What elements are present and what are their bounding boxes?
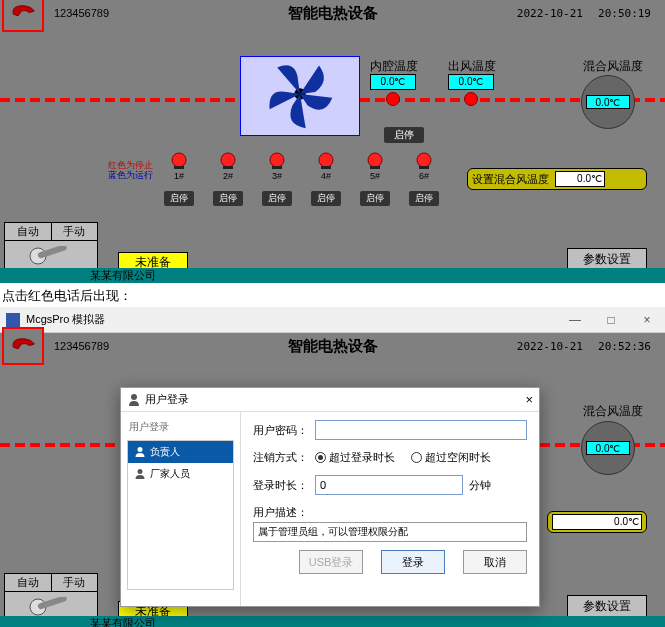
user-list: 负责人 厂家人员 (127, 440, 234, 590)
svg-point-3 (221, 153, 235, 167)
user-name: 厂家人员 (150, 467, 190, 481)
duration-input[interactable] (315, 475, 463, 495)
heater-label: 5# (370, 171, 380, 181)
window-minimize-button[interactable]: — (557, 307, 593, 333)
set-mix-input[interactable]: 0.0℃ (552, 514, 642, 530)
heater-start-stop-button[interactable]: 启停 (213, 191, 243, 206)
radio-dot-icon (411, 452, 422, 463)
window-title: McgsPro 模拟器 (26, 312, 105, 327)
pipe-line-left (0, 98, 240, 102)
fan-display (240, 56, 360, 136)
inner-temp-value: 0.0℃ (370, 74, 416, 90)
heater-3: 3# 启停 (266, 152, 288, 206)
login-button[interactable]: 登录 (381, 550, 445, 574)
person-icon (134, 446, 146, 458)
set-mix-input[interactable]: 0.0℃ (555, 171, 605, 187)
desc-label: 用户描述： (253, 505, 527, 520)
param-settings-button[interactable]: 参数设置 (567, 248, 647, 270)
password-label: 用户密码： (253, 423, 309, 438)
lamp-icon (170, 152, 188, 170)
svg-point-19 (138, 469, 143, 474)
heater-5: 5# 启停 (364, 152, 386, 206)
radio-label: 超过登录时长 (329, 450, 395, 465)
outlet-temp-bulb-icon (464, 92, 478, 106)
heater-start-stop-button[interactable]: 启停 (360, 191, 390, 206)
heater-label: 1# (174, 171, 184, 181)
phone-button[interactable] (2, 327, 44, 365)
mode-auto-tab[interactable]: 自动 (5, 574, 52, 592)
desc-value: 属于管理员组，可以管理权限分配 (253, 522, 527, 542)
login-dialog: 用户登录 × 用户登录 负责人 厂家人员 (120, 387, 540, 607)
heater-start-stop-button[interactable]: 启停 (409, 191, 439, 206)
svg-point-5 (270, 153, 284, 167)
cancel-button[interactable]: 取消 (463, 550, 527, 574)
inner-temp-label: 内腔温度 (370, 58, 418, 75)
svg-rect-10 (370, 166, 380, 169)
mix-temp-value: 0.0℃ (586, 95, 630, 109)
mode-manual-tab[interactable]: 手动 (52, 223, 98, 241)
radio-label: 超过空闲时长 (425, 450, 491, 465)
svg-point-18 (138, 447, 143, 452)
footer-bar: 某某有限公司 (0, 268, 665, 283)
app-logo-icon (6, 313, 20, 327)
set-mix-temp-box: 设置混合风温度 0.0℃ (467, 168, 647, 190)
pipe-line-left (0, 443, 120, 447)
header-title: 智能电热设备 (288, 337, 378, 356)
fan-icon (262, 56, 338, 136)
heater-start-stop-button[interactable]: 启停 (164, 191, 194, 206)
svg-rect-16 (37, 597, 67, 610)
param-settings-button[interactable]: 参数设置 (567, 595, 647, 617)
mix-temp-label: 混合风温度 (583, 403, 643, 420)
radio-dot-icon (315, 452, 326, 463)
password-input[interactable] (315, 420, 527, 440)
user-name: 负责人 (150, 445, 180, 459)
svg-rect-12 (419, 166, 429, 169)
lamp-icon (268, 152, 286, 170)
header-time: 20:50:19 (598, 7, 651, 20)
dialog-left-title: 用户登录 (127, 418, 234, 440)
phone-button[interactable] (2, 0, 44, 32)
heater-label: 2# (223, 171, 233, 181)
heater-1: 1# 启停 (168, 152, 190, 206)
dialog-title: 用户登录 (145, 392, 189, 407)
radio-idle-duration[interactable]: 超过空闲时长 (411, 450, 491, 465)
user-icon (127, 393, 141, 407)
heater-row: 1# 启停 2# 启停 3# 启停 4# 启停 5# 启停 6# 启停 (168, 152, 435, 206)
set-mix-label: 设置混合风温度 (472, 172, 549, 187)
mode-switch-icon[interactable] (5, 241, 97, 271)
heater-start-stop-button[interactable]: 启停 (311, 191, 341, 206)
mix-temp-gauge: 0.0℃ (581, 75, 635, 129)
footer-company: 某某有限公司 (90, 616, 156, 627)
footer-bar: 某某有限公司 (0, 616, 665, 627)
header-date: 2022-10-21 (517, 7, 583, 20)
header-title: 智能电热设备 (288, 4, 378, 23)
window-maximize-button[interactable]: □ (593, 307, 629, 333)
window-titlebar: McgsPro 模拟器 — □ × (0, 307, 665, 333)
mode-manual-tab[interactable]: 手动 (52, 574, 98, 592)
panel2-inner: 123456789 智能电热设备 2022-10-21 20:52:36 混合风… (0, 333, 665, 627)
usb-login-button[interactable]: USB登录 (299, 550, 363, 574)
radio-login-duration[interactable]: 超过登录时长 (315, 450, 395, 465)
heater-start-stop-button[interactable]: 启停 (262, 191, 292, 206)
heater-2: 2# 启停 (217, 152, 239, 206)
mix-temp-gauge: 0.0℃ (581, 421, 635, 475)
user-list-item[interactable]: 厂家人员 (128, 463, 233, 485)
window-close-button[interactable]: × (629, 307, 665, 333)
phone-icon (10, 0, 36, 26)
outlet-temp-value: 0.0℃ (448, 74, 494, 90)
dialog-close-button[interactable]: × (525, 392, 533, 407)
main-start-stop-button[interactable]: 启停 (384, 127, 424, 143)
heater-label: 6# (419, 171, 429, 181)
dialog-left-panel: 用户登录 负责人 厂家人员 (121, 412, 241, 606)
main-panel-top: 123456789 智能电热设备 2022-10-21 20:50:19 启停 … (0, 0, 665, 283)
person-icon (134, 468, 146, 480)
mode-auto-tab[interactable]: 自动 (5, 223, 52, 241)
dialog-right-panel: 用户密码： 注销方式： 超过登录时长 超过空闲时长 (241, 412, 539, 606)
svg-point-1 (172, 153, 186, 167)
user-list-item[interactable]: 负责人 (128, 441, 233, 463)
svg-rect-4 (223, 166, 233, 169)
legend-blue: 蓝色为运行 (108, 170, 153, 180)
dialog-titlebar: 用户登录 × (121, 388, 539, 412)
lamp-icon (366, 152, 384, 170)
mode-switch-box: 自动 手动 (4, 222, 98, 270)
